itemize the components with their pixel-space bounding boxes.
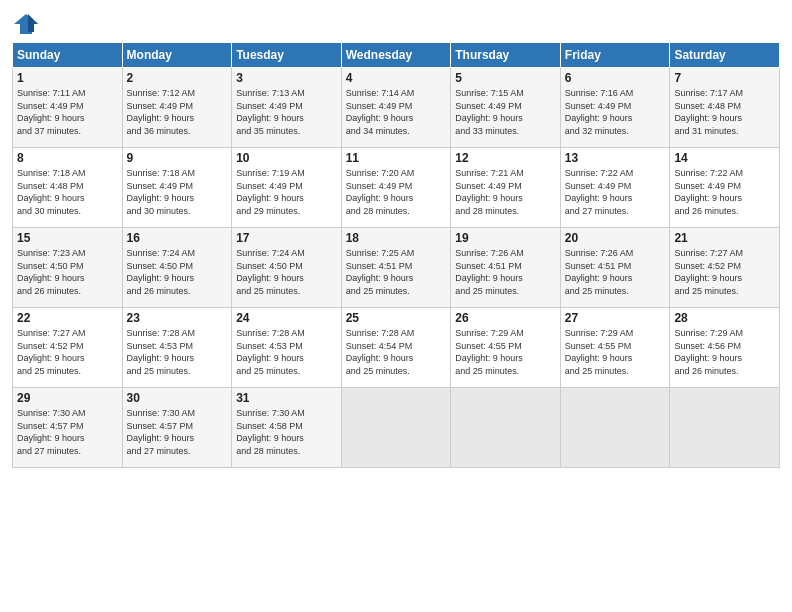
day-number: 28 — [674, 311, 775, 325]
day-cell: 18Sunrise: 7:25 AM Sunset: 4:51 PM Dayli… — [341, 228, 451, 308]
day-number: 7 — [674, 71, 775, 85]
day-cell: 2Sunrise: 7:12 AM Sunset: 4:49 PM Daylig… — [122, 68, 232, 148]
weekday-header-wednesday: Wednesday — [341, 43, 451, 68]
day-number: 8 — [17, 151, 118, 165]
day-number: 21 — [674, 231, 775, 245]
day-number: 19 — [455, 231, 556, 245]
day-number: 16 — [127, 231, 228, 245]
day-number: 11 — [346, 151, 447, 165]
day-info: Sunrise: 7:28 AM Sunset: 4:53 PM Dayligh… — [236, 327, 337, 377]
day-number: 31 — [236, 391, 337, 405]
day-info: Sunrise: 7:21 AM Sunset: 4:49 PM Dayligh… — [455, 167, 556, 217]
weekday-header-thursday: Thursday — [451, 43, 561, 68]
day-cell: 29Sunrise: 7:30 AM Sunset: 4:57 PM Dayli… — [13, 388, 123, 468]
day-cell — [341, 388, 451, 468]
day-info: Sunrise: 7:27 AM Sunset: 4:52 PM Dayligh… — [17, 327, 118, 377]
day-info: Sunrise: 7:29 AM Sunset: 4:55 PM Dayligh… — [455, 327, 556, 377]
week-row-2: 8Sunrise: 7:18 AM Sunset: 4:48 PM Daylig… — [13, 148, 780, 228]
day-number: 3 — [236, 71, 337, 85]
day-info: Sunrise: 7:22 AM Sunset: 4:49 PM Dayligh… — [674, 167, 775, 217]
day-number: 14 — [674, 151, 775, 165]
day-cell: 22Sunrise: 7:27 AM Sunset: 4:52 PM Dayli… — [13, 308, 123, 388]
header — [12, 10, 780, 38]
day-info: Sunrise: 7:25 AM Sunset: 4:51 PM Dayligh… — [346, 247, 447, 297]
day-number: 17 — [236, 231, 337, 245]
day-cell: 4Sunrise: 7:14 AM Sunset: 4:49 PM Daylig… — [341, 68, 451, 148]
day-cell: 3Sunrise: 7:13 AM Sunset: 4:49 PM Daylig… — [232, 68, 342, 148]
day-info: Sunrise: 7:27 AM Sunset: 4:52 PM Dayligh… — [674, 247, 775, 297]
day-cell — [451, 388, 561, 468]
day-info: Sunrise: 7:29 AM Sunset: 4:55 PM Dayligh… — [565, 327, 666, 377]
day-info: Sunrise: 7:17 AM Sunset: 4:48 PM Dayligh… — [674, 87, 775, 137]
day-info: Sunrise: 7:28 AM Sunset: 4:54 PM Dayligh… — [346, 327, 447, 377]
day-cell: 27Sunrise: 7:29 AM Sunset: 4:55 PM Dayli… — [560, 308, 670, 388]
day-info: Sunrise: 7:16 AM Sunset: 4:49 PM Dayligh… — [565, 87, 666, 137]
day-cell: 13Sunrise: 7:22 AM Sunset: 4:49 PM Dayli… — [560, 148, 670, 228]
day-cell: 25Sunrise: 7:28 AM Sunset: 4:54 PM Dayli… — [341, 308, 451, 388]
day-info: Sunrise: 7:26 AM Sunset: 4:51 PM Dayligh… — [455, 247, 556, 297]
day-number: 2 — [127, 71, 228, 85]
day-number: 25 — [346, 311, 447, 325]
day-cell — [670, 388, 780, 468]
day-cell: 6Sunrise: 7:16 AM Sunset: 4:49 PM Daylig… — [560, 68, 670, 148]
day-info: Sunrise: 7:22 AM Sunset: 4:49 PM Dayligh… — [565, 167, 666, 217]
day-cell — [560, 388, 670, 468]
day-info: Sunrise: 7:13 AM Sunset: 4:49 PM Dayligh… — [236, 87, 337, 137]
week-row-3: 15Sunrise: 7:23 AM Sunset: 4:50 PM Dayli… — [13, 228, 780, 308]
week-row-5: 29Sunrise: 7:30 AM Sunset: 4:57 PM Dayli… — [13, 388, 780, 468]
day-cell: 9Sunrise: 7:18 AM Sunset: 4:49 PM Daylig… — [122, 148, 232, 228]
day-info: Sunrise: 7:18 AM Sunset: 4:49 PM Dayligh… — [127, 167, 228, 217]
week-row-1: 1Sunrise: 7:11 AM Sunset: 4:49 PM Daylig… — [13, 68, 780, 148]
weekday-header-tuesday: Tuesday — [232, 43, 342, 68]
day-number: 26 — [455, 311, 556, 325]
day-number: 5 — [455, 71, 556, 85]
calendar-header: SundayMondayTuesdayWednesdayThursdayFrid… — [13, 43, 780, 68]
day-cell: 19Sunrise: 7:26 AM Sunset: 4:51 PM Dayli… — [451, 228, 561, 308]
calendar: SundayMondayTuesdayWednesdayThursdayFrid… — [12, 42, 780, 468]
weekday-row: SundayMondayTuesdayWednesdayThursdayFrid… — [13, 43, 780, 68]
week-row-4: 22Sunrise: 7:27 AM Sunset: 4:52 PM Dayli… — [13, 308, 780, 388]
day-cell: 28Sunrise: 7:29 AM Sunset: 4:56 PM Dayli… — [670, 308, 780, 388]
day-number: 4 — [346, 71, 447, 85]
day-cell: 16Sunrise: 7:24 AM Sunset: 4:50 PM Dayli… — [122, 228, 232, 308]
day-number: 27 — [565, 311, 666, 325]
day-cell: 14Sunrise: 7:22 AM Sunset: 4:49 PM Dayli… — [670, 148, 780, 228]
day-cell: 21Sunrise: 7:27 AM Sunset: 4:52 PM Dayli… — [670, 228, 780, 308]
day-number: 6 — [565, 71, 666, 85]
day-cell: 31Sunrise: 7:30 AM Sunset: 4:58 PM Dayli… — [232, 388, 342, 468]
logo-icon — [12, 10, 40, 38]
day-cell: 7Sunrise: 7:17 AM Sunset: 4:48 PM Daylig… — [670, 68, 780, 148]
day-cell: 12Sunrise: 7:21 AM Sunset: 4:49 PM Dayli… — [451, 148, 561, 228]
day-info: Sunrise: 7:30 AM Sunset: 4:57 PM Dayligh… — [17, 407, 118, 457]
day-info: Sunrise: 7:30 AM Sunset: 4:57 PM Dayligh… — [127, 407, 228, 457]
main-container: SundayMondayTuesdayWednesdayThursdayFrid… — [0, 0, 792, 476]
day-number: 29 — [17, 391, 118, 405]
day-number: 10 — [236, 151, 337, 165]
day-info: Sunrise: 7:28 AM Sunset: 4:53 PM Dayligh… — [127, 327, 228, 377]
day-info: Sunrise: 7:20 AM Sunset: 4:49 PM Dayligh… — [346, 167, 447, 217]
day-info: Sunrise: 7:12 AM Sunset: 4:49 PM Dayligh… — [127, 87, 228, 137]
day-info: Sunrise: 7:29 AM Sunset: 4:56 PM Dayligh… — [674, 327, 775, 377]
day-number: 15 — [17, 231, 118, 245]
day-cell: 17Sunrise: 7:24 AM Sunset: 4:50 PM Dayli… — [232, 228, 342, 308]
day-number: 12 — [455, 151, 556, 165]
day-info: Sunrise: 7:14 AM Sunset: 4:49 PM Dayligh… — [346, 87, 447, 137]
day-info: Sunrise: 7:26 AM Sunset: 4:51 PM Dayligh… — [565, 247, 666, 297]
day-number: 30 — [127, 391, 228, 405]
day-info: Sunrise: 7:23 AM Sunset: 4:50 PM Dayligh… — [17, 247, 118, 297]
day-number: 20 — [565, 231, 666, 245]
weekday-header-sunday: Sunday — [13, 43, 123, 68]
weekday-header-monday: Monday — [122, 43, 232, 68]
day-cell: 30Sunrise: 7:30 AM Sunset: 4:57 PM Dayli… — [122, 388, 232, 468]
day-info: Sunrise: 7:19 AM Sunset: 4:49 PM Dayligh… — [236, 167, 337, 217]
day-info: Sunrise: 7:15 AM Sunset: 4:49 PM Dayligh… — [455, 87, 556, 137]
day-cell: 15Sunrise: 7:23 AM Sunset: 4:50 PM Dayli… — [13, 228, 123, 308]
day-cell: 1Sunrise: 7:11 AM Sunset: 4:49 PM Daylig… — [13, 68, 123, 148]
day-info: Sunrise: 7:30 AM Sunset: 4:58 PM Dayligh… — [236, 407, 337, 457]
day-number: 1 — [17, 71, 118, 85]
day-info: Sunrise: 7:18 AM Sunset: 4:48 PM Dayligh… — [17, 167, 118, 217]
day-cell: 24Sunrise: 7:28 AM Sunset: 4:53 PM Dayli… — [232, 308, 342, 388]
day-number: 24 — [236, 311, 337, 325]
day-cell: 8Sunrise: 7:18 AM Sunset: 4:48 PM Daylig… — [13, 148, 123, 228]
day-number: 23 — [127, 311, 228, 325]
